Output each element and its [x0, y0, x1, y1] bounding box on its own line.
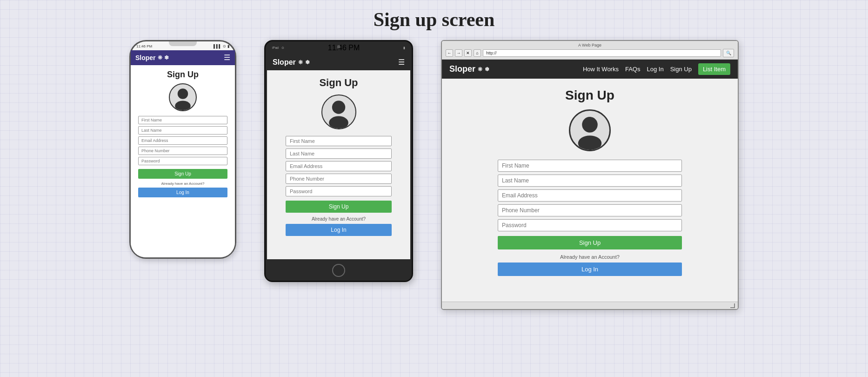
browser-login-button[interactable]: Log In: [498, 263, 682, 276]
browser-how-it-works-link[interactable]: How It Works: [583, 66, 619, 73]
phone-signup-button[interactable]: Sign Up: [138, 169, 227, 179]
phone-last-name-input[interactable]: [138, 126, 227, 135]
tablet-already-text: Already have an Account?: [312, 216, 366, 222]
tablet-email-input[interactable]: [286, 161, 392, 171]
browser-navbar: Sloper ❊ ❄ How It Works FAQs Log In Sign…: [442, 60, 738, 79]
devices-row: 11:46 PM ▌▌▌ ⊙ ▮ Sloper ❊ ❄ ☰ Sign Up: [129, 40, 739, 310]
browser-close-button[interactable]: ✕: [464, 49, 472, 57]
browser-title-bar: A Web Page: [446, 43, 734, 47]
svg-point-2: [332, 101, 345, 114]
battery-icon: ▮: [227, 44, 229, 48]
tablet-home-button[interactable]: [332, 264, 345, 277]
page-title: Sign up screen: [374, 8, 495, 31]
tablet-last-name-input[interactable]: [286, 148, 392, 159]
tablet-first-name-input[interactable]: [286, 136, 392, 146]
browser-phone-input[interactable]: [498, 204, 682, 216]
tablet-time: 11:46 PM: [328, 44, 360, 52]
tablet-header: Sloper ❊ ❄ ☰: [267, 54, 410, 70]
tablet-logo-text: Sloper: [273, 58, 296, 67]
browser-search-button[interactable]: 🔍: [723, 49, 734, 57]
phone-snowflake2-icon: ❄: [164, 54, 169, 61]
browser-sign-up-link[interactable]: Sign Up: [670, 66, 692, 73]
tablet-password-input[interactable]: [286, 186, 392, 196]
browser-email-input[interactable]: [498, 189, 682, 202]
tablet-bottom-bar: [266, 260, 412, 281]
tablet-carrier: iPad: [272, 46, 279, 50]
tablet-phone-input[interactable]: [286, 174, 392, 184]
browser-password-input[interactable]: [498, 219, 682, 231]
browser-faqs-link[interactable]: FAQs: [625, 66, 641, 73]
phone-snowflake-icon: ❊: [158, 54, 162, 61]
browser-log-in-link[interactable]: Log In: [647, 66, 663, 73]
svg-point-1: [175, 101, 191, 110]
phone-email-input[interactable]: [138, 136, 227, 145]
tablet-login-button[interactable]: Log In: [286, 224, 392, 236]
wifi-icon: ⊙: [223, 44, 226, 48]
tablet-screen: Sloper ❊ ❄ ☰ Sign Up: [267, 54, 410, 259]
tablet-device: iPad ⊙ 11:46 PM ▮ Sloper ❊ ❄ ☰ Sign Up: [264, 40, 413, 282]
browser-signup-title: Sign Up: [565, 88, 614, 103]
browser-last-name-input[interactable]: [498, 175, 682, 187]
browser-chrome: A Web Page ← → ✕ ⌂ 🔍: [442, 41, 738, 60]
browser-already-text: Already have an Account?: [560, 254, 620, 260]
phone-logo: Sloper ❊ ❄: [135, 54, 169, 61]
browser-footer: [442, 302, 738, 309]
browser-address-bar[interactable]: [483, 49, 721, 57]
browser-logo-text: Sloper: [449, 64, 475, 74]
tablet-battery-icons: ▮: [403, 46, 405, 50]
browser-avatar: [569, 109, 611, 151]
tablet-snowflake-icon: ❊: [298, 59, 303, 66]
browser-device: A Web Page ← → ✕ ⌂ 🔍 Sloper ❊ ❄ How It W…: [441, 40, 739, 310]
tablet-signup-title: Sign Up: [319, 77, 358, 89]
browser-content: Sign Up Sign Up Already have an Account?…: [442, 79, 738, 302]
phone-time: 11:46 PM: [136, 44, 152, 48]
hamburger-menu-icon[interactable]: ☰: [224, 54, 230, 61]
phone-status-icons: ▌▌▌ ⊙ ▮: [214, 44, 229, 48]
phone-first-name-input[interactable]: [138, 116, 227, 124]
svg-point-4: [582, 117, 598, 133]
browser-resize-handle[interactable]: [730, 303, 735, 308]
tablet-content: Sign Up Sign Up Already have an Account?…: [267, 70, 410, 259]
tablet-battery-icon: ▮: [403, 46, 405, 50]
browser-forward-button[interactable]: →: [455, 49, 462, 57]
phone-header: Sloper ❊ ❄ ☰: [131, 50, 235, 65]
browser-snowflake2-icon: ❄: [485, 66, 489, 73]
svg-point-5: [578, 135, 601, 151]
tablet-signup-button[interactable]: Sign Up: [286, 201, 392, 213]
phone-already-text: Already have an Account?: [161, 182, 205, 186]
tablet-avatar: [321, 94, 356, 129]
phone-login-button[interactable]: Log In: [138, 188, 227, 197]
browser-first-name-input[interactable]: [498, 160, 682, 172]
phone-notch: [169, 41, 197, 46]
svg-point-3: [329, 116, 348, 129]
phone-password-input[interactable]: [138, 157, 227, 165]
phone-content: Sign Up Sign Up Already have an Account?…: [131, 65, 235, 257]
svg-point-0: [178, 88, 188, 99]
browser-toolbar: ← → ✕ ⌂ 🔍: [446, 49, 734, 57]
tablet-status-left: iPad ⊙: [272, 46, 284, 50]
tablet-camera: [337, 45, 341, 48]
tablet-hamburger-icon[interactable]: ☰: [398, 59, 405, 66]
browser-signup-button[interactable]: Sign Up: [498, 236, 682, 249]
browser-nav-links: How It Works FAQs Log In Sign Up List It…: [583, 63, 730, 75]
phone-avatar: [169, 83, 197, 111]
browser-site-logo: Sloper ❊ ❄: [449, 64, 489, 74]
tablet-logo: Sloper ❊ ❄: [273, 58, 310, 67]
browser-back-button[interactable]: ←: [446, 49, 453, 57]
phone-phone-input[interactable]: [138, 147, 227, 155]
tablet-snowflake2-icon: ❄: [305, 59, 310, 66]
signal-icon: ▌▌▌: [214, 44, 221, 48]
phone-device: 11:46 PM ▌▌▌ ⊙ ▮ Sloper ❊ ❄ ☰ Sign Up: [129, 40, 236, 259]
phone-signup-title: Sign Up: [167, 70, 199, 80]
tablet-wifi-icon: ⊙: [281, 46, 284, 50]
browser-list-item-button[interactable]: List Item: [698, 63, 730, 75]
browser-home-button[interactable]: ⌂: [474, 49, 481, 57]
browser-snowflake-icon: ❊: [478, 66, 482, 73]
phone-logo-text: Sloper: [135, 54, 156, 61]
